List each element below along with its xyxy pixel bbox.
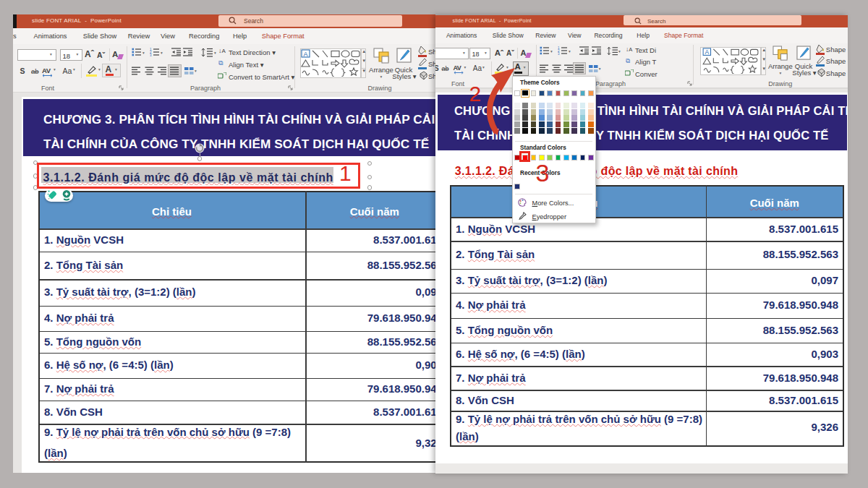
svg-text:A: A (705, 48, 709, 56)
svg-text:3: 3 (558, 52, 560, 55)
svg-text:A: A (304, 51, 308, 58)
svg-text:3: 3 (150, 53, 152, 56)
